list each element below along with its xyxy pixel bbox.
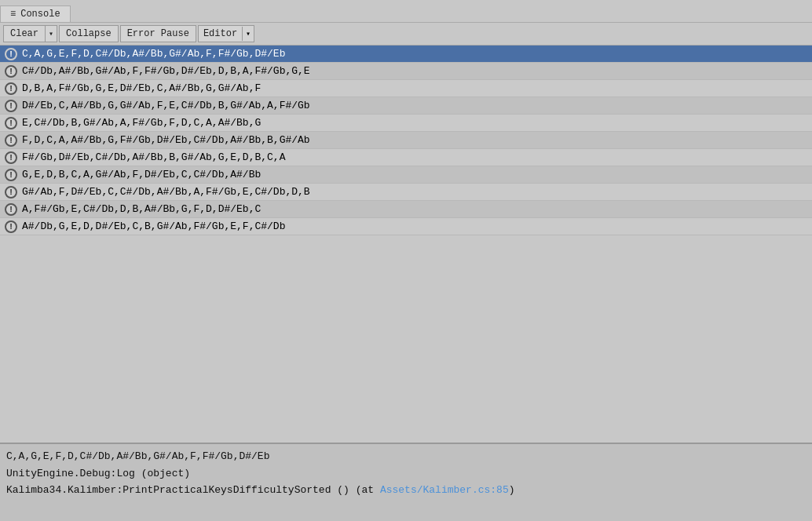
warn-icon: ! [5,220,17,233]
detail-link[interactable]: Assets/Kalimber.cs:85 [380,484,509,496]
table-row[interactable]: !C#/Db,A#/Bb,G#/Ab,F,F#/Gb,D#/Eb,D,B,A,F… [0,63,812,80]
editor-button-label[interactable]: Editor [199,27,243,41]
detail-call-prefix: Kalimba34.Kalimber:PrintPracticalKeysDif… [6,484,380,496]
row-text: G#/Ab,F,D#/Eb,C,C#/Db,A#/Bb,A,F#/Gb,E,C#… [22,186,310,198]
console-tab-label: Console [20,9,60,20]
warn-icon: ! [5,203,17,216]
error-pause-button[interactable]: Error Pause [120,25,196,42]
row-text: G,E,D,B,C,A,G#/Ab,F,D#/Eb,C,C#/Db,A#/Bb [22,169,261,180]
row-text: C,A,G,E,F,D,C#/Db,A#/Bb,G#/Ab,F,F#/Gb,D#… [22,48,285,60]
console-window: ≡ Console Clear ▾ Collapse Error Pause E… [0,0,812,521]
row-text: A#/Db,G,E,D,D#/Eb,C,B,G#/Ab,F#/Gb,E,F,C#… [22,220,285,232]
table-row[interactable]: !G,E,D,B,C,A,G#/Ab,F,D#/Eb,C,C#/Db,A#/Bb [0,166,812,184]
warn-icon: ! [5,186,17,199]
editor-button-group[interactable]: Editor ▾ [198,25,254,42]
detail-panel: C,A,G,E,F,D,C#/Db,A#/Bb,G#/Ab,F,F#/Gb,D#… [0,443,812,521]
table-row[interactable]: !G#/Ab,F,D#/Eb,C,C#/Db,A#/Bb,A,F#/Gb,E,C… [0,184,812,201]
warn-icon: ! [5,151,17,164]
row-text: E,C#/Db,B,G#/Ab,A,F#/Gb,F,D,C,A,A#/Bb,G [22,117,261,129]
editor-dropdown-arrow[interactable]: ▾ [243,27,254,40]
table-row[interactable]: !F,D,C,A,A#/Bb,G,F#/Gb,D#/Eb,C#/Db,A#/Bb… [0,132,812,149]
table-row[interactable]: !C,A,G,E,F,D,C#/Db,A#/Bb,G#/Ab,F,F#/Gb,D… [0,46,812,63]
toolbar: Clear ▾ Collapse Error Pause Editor ▾ [0,22,812,46]
row-text: F,D,C,A,A#/Bb,G,F#/Gb,D#/Eb,C#/Db,A#/Bb,… [22,134,310,146]
warn-icon: ! [5,82,17,95]
clear-button-group[interactable]: Clear ▾ [3,25,57,42]
row-text: A,F#/Gb,E,C#/Db,D,B,A#/Bb,G,F,D,D#/Eb,C [22,203,261,215]
detail-main-text: C,A,G,E,F,D,C#/Db,A#/Bb,G#/Ab,F,F#/Gb,D#… [6,449,806,465]
tab-bar: ≡ Console [0,0,812,22]
warn-icon: ! [5,100,17,112]
warn-icon: ! [5,134,17,147]
clear-button[interactable]: Clear [4,26,46,42]
clear-dropdown-arrow[interactable]: ▾ [46,26,57,42]
detail-call-text: Kalimba34.Kalimber:PrintPracticalKeysDif… [6,483,806,498]
table-row[interactable]: !D,B,A,F#/Gb,G,E,D#/Eb,C,A#/Bb,G,G#/Ab,F [0,80,812,97]
row-text: C#/Db,A#/Bb,G#/Ab,F,F#/Gb,D#/Eb,D,B,A,F#… [22,65,310,77]
table-row[interactable]: !D#/Eb,C,A#/Bb,G,G#/Ab,F,E,C#/Db,B,G#/Ab… [0,97,812,115]
table-row[interactable]: !E,C#/Db,B,G#/Ab,A,F#/Gb,F,D,C,A,A#/Bb,G [0,115,812,132]
console-tab[interactable]: ≡ Console [0,5,71,22]
warn-icon: ! [5,117,17,129]
detail-call-suffix: ) [509,484,515,496]
row-text: F#/Gb,D#/Eb,C#/Db,A#/Bb,B,G#/Ab,G,E,D,B,… [22,151,285,163]
console-list[interactable]: !C,A,G,E,F,D,C#/Db,A#/Bb,G#/Ab,F,F#/Gb,D… [0,46,812,443]
warn-icon: ! [5,48,17,60]
table-row[interactable]: !F#/Gb,D#/Eb,C#/Db,A#/Bb,B,G#/Ab,G,E,D,B… [0,149,812,166]
detail-engine-text: UnityEngine.Debug:Log (object) [6,466,806,482]
table-row[interactable]: !A,F#/Gb,E,C#/Db,D,B,A#/Bb,G,F,D,D#/Eb,C [0,201,812,218]
warn-icon: ! [5,65,17,78]
collapse-button[interactable]: Collapse [59,25,119,42]
row-text: D,B,A,F#/Gb,G,E,D#/Eb,C,A#/Bb,G,G#/Ab,F [22,82,261,94]
row-text: D#/Eb,C,A#/Bb,G,G#/Ab,F,E,C#/Db,B,G#/Ab,… [22,100,310,111]
warn-icon: ! [5,169,17,181]
console-icon: ≡ [10,9,16,20]
table-row[interactable]: !A#/Db,G,E,D,D#/Eb,C,B,G#/Ab,F#/Gb,E,F,C… [0,218,812,235]
